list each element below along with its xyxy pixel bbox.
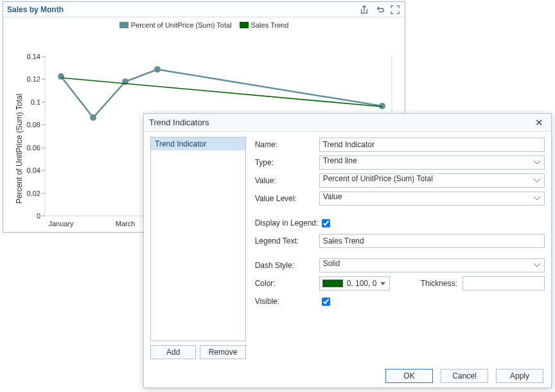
legend-text-input[interactable] <box>319 234 545 248</box>
svg-text:0.08: 0.08 <box>27 121 40 129</box>
chart-title: Sales by Month <box>7 5 64 14</box>
legend-swatch-series <box>119 22 128 28</box>
svg-text:0.06: 0.06 <box>27 144 40 152</box>
add-button[interactable]: Add <box>150 345 196 359</box>
name-input[interactable] <box>319 138 545 152</box>
visible-checkbox[interactable] <box>322 298 330 306</box>
dash-style-select[interactable]: Solid <box>319 258 545 272</box>
chart-toolbar <box>358 4 401 15</box>
trend-line <box>61 78 382 107</box>
thickness-label: Thickness: <box>421 279 457 288</box>
color-label: Color: <box>255 279 319 288</box>
indicator-list-column: Trend Indicator Add Remove <box>150 137 246 359</box>
fullscreen-icon[interactable] <box>389 4 401 15</box>
color-text: 0, 100, 0 <box>347 279 377 288</box>
svg-text:0.02: 0.02 <box>27 190 40 197</box>
dialog-footer: OK Cancel Apply <box>144 364 551 388</box>
y-axis-title: Percent of UnitPrice (Sum) Total <box>15 94 24 204</box>
svg-text:0.04: 0.04 <box>27 166 40 174</box>
display-legend-label: Display in Legend: <box>255 218 319 227</box>
thickness-input[interactable] <box>463 277 555 290</box>
undo-icon[interactable] <box>374 4 385 15</box>
list-item[interactable]: Trend Indicator <box>151 138 245 150</box>
dialog-title: Trend Indicators <box>149 118 209 127</box>
name-label: Name: <box>255 140 319 149</box>
svg-point-24 <box>154 66 161 73</box>
svg-point-22 <box>90 114 96 121</box>
legend-label-series: Percent of UnitPrice (Sum) Total <box>131 21 232 29</box>
svg-text:0.14: 0.14 <box>27 53 40 60</box>
dash-style-label: Dash Style: <box>255 261 319 270</box>
legend-text-label: Legend Text: <box>255 236 319 245</box>
value-level-label: Value Level: <box>255 194 319 203</box>
svg-text:0.12: 0.12 <box>27 75 40 83</box>
dialog-body: Trend Indicator Add Remove Name: Type: T… <box>144 132 551 364</box>
svg-text:January: January <box>48 220 74 227</box>
close-icon[interactable]: ✕ <box>533 117 546 129</box>
value-label: Value: <box>255 176 319 185</box>
color-picker[interactable]: 0, 100, 0 <box>319 276 390 290</box>
display-legend-checkbox[interactable] <box>322 219 330 227</box>
type-select[interactable]: Trend line <box>319 156 545 170</box>
legend-label-trend: Sales Trend <box>251 21 289 29</box>
type-label: Type: <box>255 158 319 167</box>
dialog-titlebar[interactable]: Trend Indicators ✕ <box>144 114 551 132</box>
indicator-listbox[interactable]: Trend Indicator <box>150 137 246 341</box>
apply-button[interactable]: Apply <box>496 369 543 383</box>
remove-button[interactable]: Remove <box>200 345 245 359</box>
ok-button[interactable]: OK <box>385 369 433 383</box>
value-select[interactable]: Percent of UnitPrice (Sum) Total <box>319 174 545 188</box>
value-level-select[interactable]: Value <box>319 192 545 206</box>
svg-text:0: 0 <box>37 212 40 220</box>
series-line <box>61 69 382 118</box>
svg-text:March: March <box>116 220 136 227</box>
legend-swatch-trend <box>240 22 249 28</box>
thickness-stepper[interactable]: ▲▼ <box>463 276 545 290</box>
cancel-button[interactable]: Cancel <box>441 369 488 383</box>
chart-legend: Percent of UnitPrice (Sum) Total Sales T… <box>3 17 405 29</box>
color-swatch <box>322 280 343 287</box>
visible-label: Visible: <box>255 297 319 306</box>
indicator-form: Name: Type: Trend line Value: Percent of… <box>255 137 545 359</box>
export-icon[interactable] <box>358 4 370 15</box>
chart-titlebar: Sales by Month <box>3 2 405 17</box>
legend-item-series: Percent of UnitPrice (Sum) Total <box>119 21 232 29</box>
svg-point-21 <box>58 73 64 80</box>
svg-text:0.1: 0.1 <box>31 98 40 106</box>
trend-indicators-dialog: Trend Indicators ✕ Trend Indicator Add R… <box>143 113 552 388</box>
legend-item-trend: Sales Trend <box>240 21 289 29</box>
